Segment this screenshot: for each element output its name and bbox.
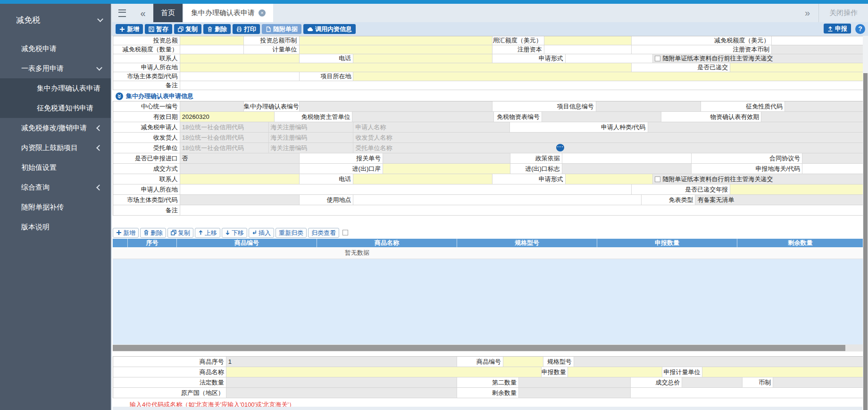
vertical-scrollbar-thumb[interactable] bbox=[863, 73, 868, 410]
forward-tabs-button[interactable]: » bbox=[796, 8, 818, 18]
input-field[interactable] bbox=[180, 101, 244, 111]
sidebar-item[interactable]: 初始值设置 bbox=[0, 158, 111, 177]
input-field[interactable] bbox=[562, 153, 692, 163]
copy-button[interactable]: 复制 bbox=[174, 24, 201, 34]
sidebar-item[interactable]: 减免税申请 bbox=[0, 39, 111, 59]
input-field[interactable] bbox=[761, 112, 863, 122]
grid-move-up-button[interactable]: 上移 bbox=[195, 228, 220, 238]
input-field[interactable] bbox=[519, 388, 631, 398]
input-field[interactable] bbox=[300, 36, 492, 45]
sidebar-item[interactable]: 综合查询 bbox=[0, 177, 111, 197]
checkbox-field[interactable]: 随附单证纸本资料自行前往主管海关递交 bbox=[653, 174, 863, 184]
input-field[interactable] bbox=[180, 45, 244, 54]
input-field[interactable] bbox=[180, 164, 300, 174]
ellipsis-button[interactable]: ··· bbox=[556, 144, 564, 151]
input-field[interactable] bbox=[542, 112, 661, 122]
input-field[interactable] bbox=[300, 101, 492, 111]
input-field[interactable] bbox=[773, 377, 863, 387]
input-field[interactable] bbox=[730, 63, 863, 72]
tab-close-icon[interactable]: × bbox=[259, 9, 266, 17]
vertical-scrollbar[interactable] bbox=[863, 36, 868, 410]
grid-reclassify-button[interactable]: 重新归类 bbox=[275, 228, 307, 238]
input-field[interactable]: 18位统一社会信用代码 bbox=[180, 133, 269, 142]
input-field[interactable] bbox=[772, 36, 863, 45]
input-field[interactable] bbox=[180, 184, 632, 194]
input-field[interactable]: 20260320 bbox=[180, 112, 275, 122]
input-field[interactable] bbox=[702, 367, 863, 377]
input-field[interactable]: 1 bbox=[226, 357, 457, 367]
collapse-tabs-button[interactable]: « bbox=[133, 4, 153, 22]
input-field[interactable] bbox=[566, 54, 653, 63]
input-field[interactable] bbox=[568, 367, 662, 377]
input-field[interactable] bbox=[180, 54, 300, 63]
sidebar-item[interactable]: 减免税修改/撤销申请 bbox=[0, 118, 111, 138]
input-field[interactable] bbox=[180, 36, 244, 45]
delete-button[interactable]: 删除 bbox=[203, 24, 231, 34]
input-field[interactable] bbox=[180, 195, 300, 205]
menu-toggle-button[interactable] bbox=[112, 4, 133, 22]
sidebar-item[interactable]: 版本说明 bbox=[0, 217, 111, 237]
input-field[interactable] bbox=[353, 174, 492, 184]
close-operations-button[interactable]: 关闭操作 bbox=[818, 4, 868, 22]
input-field[interactable] bbox=[730, 184, 863, 194]
input-field[interactable]: 受托单位名称··· bbox=[353, 143, 863, 153]
input-field[interactable] bbox=[383, 153, 510, 163]
help-button[interactable]: ? bbox=[855, 24, 865, 34]
tab-document[interactable]: 集中办理确认表申请× bbox=[184, 4, 273, 22]
input-field[interactable] bbox=[353, 195, 641, 205]
input-field[interactable] bbox=[352, 112, 494, 122]
grid-move-down-button[interactable]: 下移 bbox=[222, 228, 247, 238]
input-field[interactable]: 海关注册编码 bbox=[269, 143, 354, 153]
checkbox-field[interactable]: 随附单证纸本资料自行前往主管海关递交 bbox=[653, 54, 863, 63]
section2-header[interactable]: 集中办理确认表申请信息 bbox=[113, 92, 863, 101]
declare-button[interactable]: 申报 bbox=[824, 24, 851, 33]
tab-home[interactable]: 首页 bbox=[153, 4, 183, 22]
sidebar-item[interactable]: 一表多用申请 bbox=[0, 59, 111, 78]
input-field[interactable] bbox=[802, 164, 863, 174]
horizontal-scrollbar[interactable] bbox=[113, 344, 863, 351]
input-field[interactable] bbox=[519, 377, 631, 387]
input-field[interactable] bbox=[353, 72, 863, 81]
input-field[interactable] bbox=[802, 153, 863, 163]
input-field[interactable] bbox=[785, 101, 863, 111]
input-field[interactable] bbox=[383, 164, 510, 174]
grid-insert-button[interactable]: 插入 bbox=[249, 228, 274, 238]
input-field[interactable]: 海关注册编码 bbox=[269, 133, 354, 142]
sidebar-item[interactable]: 内资限上鼓励项目 bbox=[0, 138, 111, 158]
input-field[interactable] bbox=[226, 388, 457, 398]
input-field[interactable] bbox=[180, 72, 300, 81]
input-field[interactable]: 申请人名称 bbox=[353, 122, 510, 132]
grid-select-all-checkbox[interactable] bbox=[342, 230, 348, 235]
grid-classify-view-button[interactable]: 归类查看 bbox=[308, 228, 339, 238]
sidebar-item[interactable]: 随附单据补传 bbox=[0, 197, 111, 217]
input-field[interactable] bbox=[566, 174, 653, 184]
input-field[interactable] bbox=[648, 122, 863, 132]
input-field[interactable] bbox=[180, 81, 863, 90]
input-field[interactable] bbox=[562, 164, 692, 174]
input-field[interactable]: 有备案无清单 bbox=[695, 195, 863, 205]
input-field[interactable] bbox=[226, 367, 542, 377]
input-field[interactable]: 海关注册编码 bbox=[269, 122, 354, 132]
print-button[interactable]: 打印 bbox=[233, 24, 260, 34]
input-field[interactable] bbox=[180, 205, 863, 215]
input-field[interactable]: 18位统一社会信用代码 bbox=[180, 143, 269, 153]
sidebar-item-active[interactable]: 集中办理确认表申请 bbox=[0, 78, 111, 98]
grid-add-button[interactable]: 新增 bbox=[113, 228, 139, 238]
checkbox-icon[interactable] bbox=[655, 56, 660, 61]
input-field[interactable] bbox=[503, 357, 543, 367]
grid-delete-button[interactable]: 删除 bbox=[140, 228, 166, 238]
horizontal-scrollbar-thumb[interactable] bbox=[113, 345, 845, 351]
input-field[interactable]: 收发货人名称 bbox=[353, 133, 863, 142]
input-field[interactable] bbox=[353, 54, 492, 63]
input-field[interactable] bbox=[772, 45, 863, 54]
input-field[interactable] bbox=[226, 377, 457, 387]
draft-save-button[interactable]: 暂存 bbox=[145, 24, 172, 34]
call-domestic-info-button[interactable]: 调用内资信息 bbox=[303, 24, 356, 34]
grid-copy-button[interactable]: 复制 bbox=[167, 228, 193, 238]
checkbox-icon[interactable] bbox=[655, 176, 660, 182]
input-field[interactable]: 否 bbox=[180, 153, 300, 163]
new-button[interactable]: 新增 bbox=[116, 24, 143, 34]
input-field[interactable] bbox=[180, 174, 300, 184]
input-field[interactable] bbox=[300, 45, 492, 54]
input-field[interactable] bbox=[682, 377, 743, 387]
